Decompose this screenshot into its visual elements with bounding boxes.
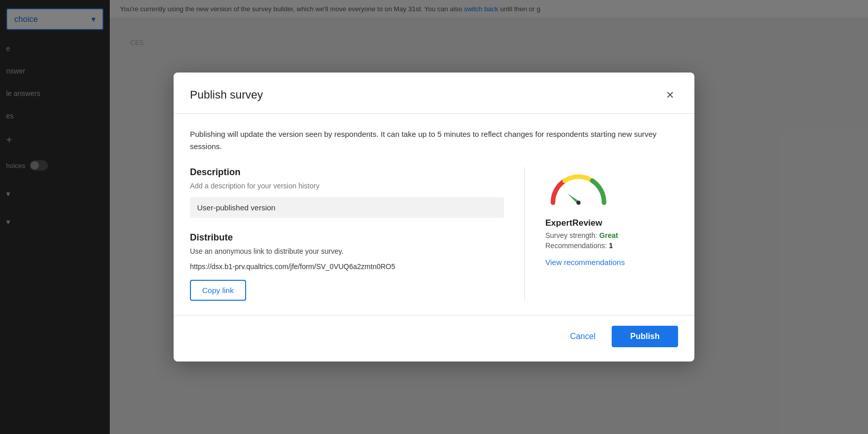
copy-link-button[interactable]: Copy link: [190, 280, 246, 301]
copy-link-label: Copy link: [202, 286, 234, 295]
strength-value: Great: [599, 231, 618, 239]
modal-left-column: Description Add a description for your v…: [190, 167, 525, 301]
modal-body: Publishing will update the version seen …: [174, 114, 694, 315]
publish-label: Publish: [630, 332, 660, 341]
close-button[interactable]: ✕: [662, 87, 678, 103]
modal-right-column: ExpertReview Survey strength: Great Reco…: [525, 167, 678, 301]
recommendations-count: 1: [609, 242, 613, 250]
recommendations-line: Recommendations: 1: [545, 242, 613, 250]
expert-review-title: ExpertReview: [545, 218, 602, 228]
strength-label: Survey strength:: [545, 231, 597, 239]
modal-title: Publish survey: [190, 88, 263, 102]
description-subtitle: Add a description for your version histo…: [190, 182, 504, 190]
publish-button[interactable]: Publish: [612, 326, 678, 347]
survey-link-text: https://dsx.b1-prv.qualtrics.com/jfe/for…: [190, 262, 504, 271]
publish-survey-modal: Publish survey ✕ Publishing will update …: [174, 73, 694, 361]
modal-notice-text: Publishing will update the version seen …: [190, 128, 678, 153]
modal-overlay: Publish survey ✕ Publishing will update …: [0, 0, 868, 434]
cancel-label: Cancel: [570, 332, 595, 341]
recommendations-label: Recommendations:: [545, 242, 607, 250]
distribute-title: Distribute: [190, 232, 504, 243]
modal-columns: Description Add a description for your v…: [190, 167, 678, 301]
distribute-subtitle: Use an anonymous link to distribute your…: [190, 247, 504, 255]
svg-point-1: [576, 201, 581, 205]
modal-header: Publish survey ✕: [174, 73, 694, 114]
cancel-button[interactable]: Cancel: [562, 327, 604, 346]
modal-footer: Cancel Publish: [174, 315, 694, 361]
description-title: Description: [190, 167, 504, 178]
gauge-svg: [545, 167, 612, 208]
close-icon: ✕: [666, 90, 674, 100]
view-recommendations-link[interactable]: View recommendations: [545, 258, 625, 267]
gauge-chart: [545, 167, 612, 208]
strength-line: Survey strength: Great: [545, 231, 618, 239]
description-input[interactable]: [190, 197, 504, 218]
